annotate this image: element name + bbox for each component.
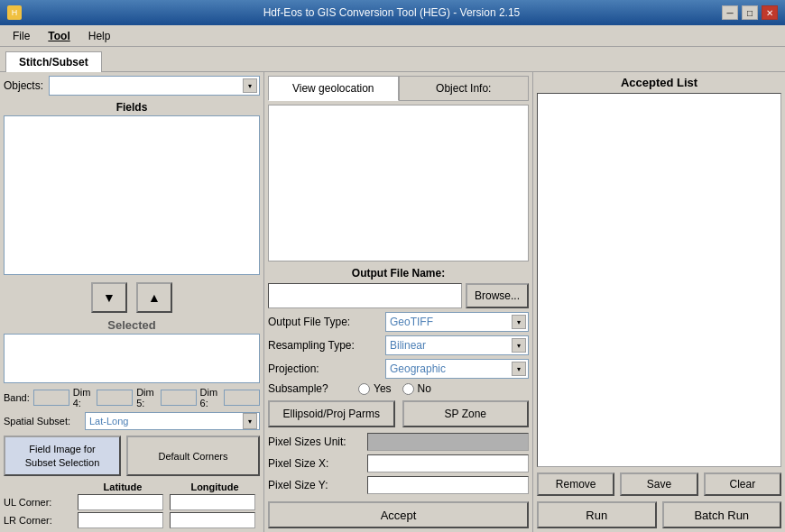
objects-combo-arrow[interactable]: ▾ bbox=[243, 78, 257, 93]
pixel-size-x-row: Pixel Size X: bbox=[268, 454, 529, 472]
projection-value: Geographic bbox=[390, 362, 446, 375]
tab-row: Stitch/Subset bbox=[0, 47, 785, 72]
save-button[interactable]: Save bbox=[620, 472, 697, 496]
move-down-button[interactable]: ▼ bbox=[91, 282, 127, 313]
output-section: Output File Name: Browse... bbox=[268, 267, 529, 308]
resampling-value: Bilinear bbox=[390, 339, 426, 352]
longitude-header: Longitude bbox=[170, 482, 260, 492]
objects-combo[interactable]: ▾ bbox=[49, 76, 260, 96]
output-file-row: Browse... bbox=[268, 283, 529, 308]
subsample-yes-radio[interactable] bbox=[358, 383, 370, 395]
clear-button[interactable]: Clear bbox=[704, 472, 781, 496]
pixel-size-y-label: Pixel Size Y: bbox=[268, 479, 367, 491]
default-corners-button[interactable]: Default Corners bbox=[126, 436, 260, 476]
dim6-label: Dim 6: bbox=[200, 387, 220, 408]
pixel-sizes-unit-label: Pixel Sizes Unit: bbox=[268, 436, 367, 448]
spatial-subset-combo[interactable]: Lat-Long ▾ bbox=[85, 412, 260, 430]
close-button[interactable]: ✕ bbox=[762, 5, 778, 20]
left-panel: Objects: ▾ Fields ▼ ▲ Selected Band: Dim… bbox=[0, 72, 264, 532]
dim4-input[interactable] bbox=[97, 390, 133, 406]
output-type-combo[interactable]: GeoTIFF ▾ bbox=[385, 312, 529, 332]
subsample-row: Subsample? Yes No bbox=[268, 382, 529, 395]
lr-latitude-input[interactable] bbox=[78, 512, 163, 528]
geo-display bbox=[268, 105, 529, 261]
subsample-radio-group: Yes No bbox=[358, 382, 431, 395]
menu-bar: File Tool Help bbox=[0, 25, 785, 47]
output-type-value: GeoTIFF bbox=[390, 316, 433, 328]
proj-buttons: Ellipsoid/Proj Parms SP Zone bbox=[268, 400, 529, 427]
subsample-label: Subsample? bbox=[268, 382, 358, 395]
subsample-no-radio[interactable] bbox=[402, 383, 414, 395]
fields-label: Fields bbox=[4, 101, 260, 114]
middle-panel: View geolocation Object Info: Output Fil… bbox=[264, 72, 532, 532]
resampling-combo[interactable]: Bilinear ▾ bbox=[385, 335, 529, 355]
window-controls[interactable]: ─ □ ✕ bbox=[722, 5, 778, 20]
window-title: Hdf-Eos to GIS Conversion Tool (HEG) - V… bbox=[61, 6, 722, 19]
geo-tabs: View geolocation Object Info: bbox=[268, 76, 529, 101]
selected-list[interactable] bbox=[4, 334, 260, 383]
spatial-subset-row: Spatial Subset: Lat-Long ▾ bbox=[4, 412, 260, 430]
latitude-header: Latitude bbox=[78, 482, 168, 492]
projection-row: Projection: Geographic ▾ bbox=[268, 359, 529, 379]
band-input[interactable] bbox=[33, 390, 69, 406]
pixel-sizes-unit-input bbox=[367, 433, 529, 451]
menu-file[interactable]: File bbox=[4, 28, 39, 44]
tab-object-info[interactable]: Object Info: bbox=[399, 76, 530, 101]
projection-arrow[interactable]: ▾ bbox=[512, 362, 526, 376]
resampling-row: Resampling Type: Bilinear ▾ bbox=[268, 335, 529, 355]
pixel-size-x-label: Pixel Size X: bbox=[268, 457, 367, 470]
accept-button[interactable]: Accept bbox=[268, 501, 529, 528]
resampling-arrow[interactable]: ▾ bbox=[512, 338, 526, 353]
dim5-input[interactable] bbox=[161, 390, 197, 406]
minimize-button[interactable]: ─ bbox=[722, 5, 738, 20]
ul-longitude-input[interactable] bbox=[170, 494, 255, 510]
ul-latitude-input[interactable] bbox=[78, 494, 163, 510]
dim6-input[interactable] bbox=[224, 390, 260, 406]
ellipsoid-button[interactable]: Ellipsoid/Proj Parms bbox=[268, 400, 395, 427]
output-label: Output File Name: bbox=[268, 267, 529, 280]
output-type-arrow[interactable]: ▾ bbox=[512, 315, 526, 329]
subsample-no-label: No bbox=[418, 382, 431, 395]
pixel-size-y-input[interactable] bbox=[367, 476, 529, 494]
projection-combo[interactable]: Geographic ▾ bbox=[385, 359, 529, 379]
spatial-combo-arrow[interactable]: ▾ bbox=[243, 413, 257, 429]
lr-corner-label: LR Corner: bbox=[4, 512, 76, 528]
pixel-size-y-row: Pixel Size Y: bbox=[268, 476, 529, 494]
resampling-label: Resampling Type: bbox=[268, 339, 385, 352]
band-row: Band: Dim 4: Dim 5: Dim 6: bbox=[4, 387, 260, 408]
run-button[interactable]: Run bbox=[537, 501, 657, 528]
empty-cell bbox=[4, 482, 76, 492]
dim4-label: Dim 4: bbox=[73, 387, 93, 408]
batch-run-button[interactable]: Batch Run bbox=[662, 501, 782, 528]
remove-button[interactable]: Remove bbox=[537, 472, 614, 496]
objects-label: Objects: bbox=[4, 79, 49, 92]
move-up-button[interactable]: ▲ bbox=[136, 282, 172, 313]
pixel-size-x-input[interactable] bbox=[367, 454, 529, 472]
output-file-input[interactable] bbox=[268, 283, 462, 308]
output-type-row: Output File Type: GeoTIFF ▾ bbox=[268, 312, 529, 332]
field-image-button[interactable]: Field Image for Subset Selection bbox=[4, 436, 121, 476]
title-bar: H Hdf-Eos to GIS Conversion Tool (HEG) -… bbox=[0, 0, 785, 25]
subsample-yes-label: Yes bbox=[374, 382, 392, 395]
tab-stitch-subset[interactable]: Stitch/Subset bbox=[5, 51, 102, 72]
menu-help[interactable]: Help bbox=[79, 28, 120, 44]
sp-zone-button[interactable]: SP Zone bbox=[402, 400, 530, 427]
accepted-list bbox=[537, 93, 781, 467]
selected-label: Selected bbox=[4, 318, 260, 332]
dim5-label: Dim 5: bbox=[136, 387, 156, 408]
browse-button[interactable]: Browse... bbox=[466, 283, 529, 308]
lr-longitude-input[interactable] bbox=[170, 512, 255, 528]
tab-view-geolocation[interactable]: View geolocation bbox=[268, 76, 399, 101]
pixel-sizes-unit-row: Pixel Sizes Unit: bbox=[268, 433, 529, 451]
right-panel: Accepted List Remove Save Clear Run Batc… bbox=[532, 72, 785, 532]
maximize-button[interactable]: □ bbox=[742, 5, 758, 20]
menu-tool[interactable]: Tool bbox=[39, 28, 78, 44]
spatial-subset-label: Spatial Subset: bbox=[4, 416, 85, 427]
fields-list[interactable] bbox=[4, 115, 260, 275]
subset-buttons-row: Field Image for Subset Selection Default… bbox=[4, 436, 260, 476]
subsample-yes-option[interactable]: Yes bbox=[358, 382, 392, 395]
corners-grid: Latitude Longitude UL Corner: LR Corner: bbox=[4, 482, 260, 528]
subsample-no-option[interactable]: No bbox=[402, 382, 431, 395]
projection-label: Projection: bbox=[268, 362, 385, 375]
accepted-buttons: Remove Save Clear bbox=[537, 472, 781, 496]
